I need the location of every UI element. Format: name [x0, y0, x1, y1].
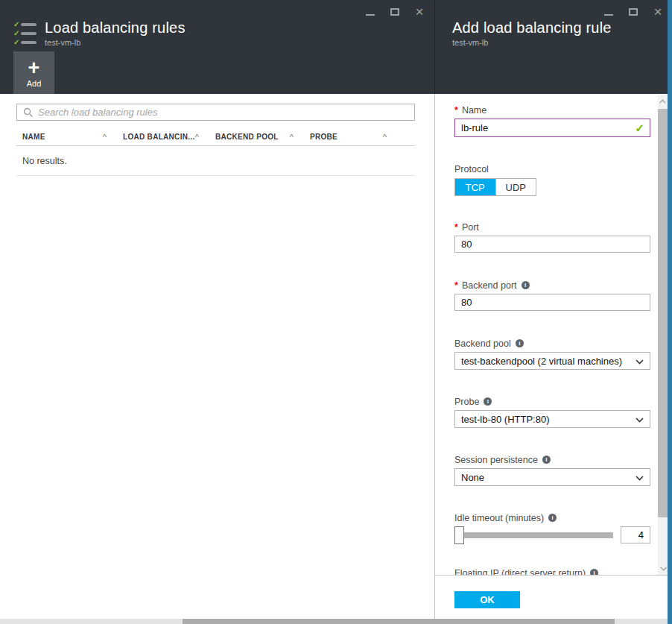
required-asterisk: * — [454, 105, 458, 116]
panel-divider — [434, 0, 435, 94]
info-icon[interactable]: i — [548, 514, 557, 522]
scroll-down-icon[interactable] — [658, 561, 668, 575]
column-header-name[interactable]: NAME ^ — [16, 128, 117, 145]
dialog-footer: OK — [434, 575, 668, 619]
required-asterisk: * — [454, 222, 458, 233]
sort-asc-icon[interactable]: ^ — [383, 133, 387, 142]
horizontal-scrollbar-thumb[interactable] — [183, 619, 615, 624]
backend-port-field: * Backend port i — [454, 280, 650, 311]
column-header-probe[interactable]: PROBE ^ — [304, 128, 397, 145]
sort-asc-icon[interactable]: ^ — [195, 133, 199, 142]
minimize-icon[interactable] — [365, 7, 375, 17]
dialog-title: Add load balancing rule — [452, 19, 612, 37]
horizontal-scrollbar[interactable] — [0, 619, 668, 624]
close-icon[interactable]: × — [653, 7, 663, 17]
probe-field: Probe i test-lb-80 (HTTP:80) — [454, 396, 650, 428]
backend-port-input[interactable] — [454, 294, 650, 311]
protocol-udp-option[interactable]: UDP — [495, 179, 536, 195]
maximize-icon[interactable] — [390, 7, 400, 17]
session-persistence-label: Session persistence — [454, 455, 538, 465]
page-subtitle: test-vm-lb — [45, 38, 80, 47]
rules-table-header: NAME ^ LOAD BALANCIN... ^ BACKEND POOL ^… — [16, 128, 415, 146]
port-input[interactable] — [454, 236, 650, 253]
no-results-text: No results. — [16, 156, 67, 166]
info-icon[interactable]: i — [542, 456, 551, 464]
load-balancing-rules-icon: ✓ ✓ ✓ — [13, 22, 37, 45]
probe-select[interactable]: test-lb-80 (HTTP:80) — [454, 410, 650, 428]
plus-icon: + — [28, 58, 40, 78]
load-balancing-rules-blade: × ✓ ✓ ✓ Load balancing rules test-vm-lb … — [0, 0, 434, 619]
vertical-scrollbar[interactable] — [658, 95, 668, 575]
page-title: Load balancing rules — [45, 19, 186, 37]
scroll-up-icon[interactable] — [658, 95, 668, 109]
info-icon[interactable]: i — [484, 397, 492, 406]
backend-pool-label: Backend pool — [454, 338, 511, 349]
protocol-field: Protocol TCP UDP — [454, 163, 650, 196]
search-box — [16, 104, 415, 121]
chevron-down-icon — [635, 359, 644, 365]
name-label: Name — [462, 105, 486, 116]
close-icon[interactable]: × — [414, 7, 425, 17]
backend-pool-select[interactable]: test-backendpool (2 virtual machines) — [454, 352, 650, 370]
search-icon — [23, 107, 34, 118]
port-field: * Port — [454, 221, 650, 253]
name-field: * Name ✓ — [454, 104, 650, 137]
valid-check-icon: ✓ — [635, 122, 644, 135]
slider-track[interactable] — [455, 532, 613, 538]
probe-label: Probe — [454, 397, 479, 407]
slider-handle[interactable] — [454, 526, 464, 544]
port-label: Port — [462, 222, 479, 233]
vertical-scrollbar-thumb[interactable] — [658, 109, 668, 517]
backend-pool-field: Backend pool i test-backendpool (2 virtu… — [454, 338, 650, 370]
name-input[interactable] — [454, 119, 650, 137]
protocol-tcp-option[interactable]: TCP — [455, 179, 495, 195]
table-empty-row: No results. — [16, 147, 415, 176]
left-window-controls: × — [365, 4, 425, 19]
right-blade-header: × Add load balancing rule test-vm-lb — [434, 0, 668, 94]
idle-timeout-label: Idle timeout (minutes) — [454, 513, 544, 523]
search-input[interactable] — [38, 104, 414, 120]
right-window-controls: × — [603, 4, 663, 19]
left-blade-header: × ✓ ✓ ✓ Load balancing rules test-vm-lb … — [0, 0, 434, 94]
maximize-icon[interactable] — [628, 7, 638, 17]
protocol-toggle: TCP UDP — [454, 178, 536, 196]
desktop-background-edge — [668, 0, 672, 624]
column-header-backend-pool[interactable]: BACKEND POOL ^ — [209, 128, 304, 145]
required-asterisk: * — [454, 280, 458, 291]
minimize-icon[interactable] — [603, 7, 614, 17]
panel-divider — [434, 94, 435, 619]
azure-portal-window: × ✓ ✓ ✓ Load balancing rules test-vm-lb … — [0, 0, 672, 624]
info-icon[interactable]: i — [516, 339, 524, 347]
ok-button[interactable]: OK — [454, 591, 520, 608]
idle-timeout-field: Idle timeout (minutes) i — [454, 512, 650, 544]
backend-port-label: Backend port — [462, 280, 517, 291]
idle-timeout-value-input[interactable] — [621, 526, 650, 543]
info-icon[interactable]: i — [522, 281, 530, 289]
chevron-down-icon — [635, 476, 644, 481]
protocol-label: Protocol — [454, 164, 489, 174]
add-button[interactable]: + Add — [13, 51, 54, 94]
idle-timeout-slider — [454, 526, 650, 544]
chevron-down-icon — [635, 417, 644, 423]
dialog-subtitle: test-vm-lb — [452, 38, 488, 47]
sort-asc-icon[interactable]: ^ — [103, 133, 107, 142]
session-persistence-field: Session persistence i None — [454, 454, 650, 486]
session-persistence-select[interactable]: None — [454, 468, 650, 486]
sort-asc-icon[interactable]: ^ — [290, 133, 294, 142]
column-header-load-balancing[interactable]: LOAD BALANCIN... ^ — [117, 128, 209, 145]
